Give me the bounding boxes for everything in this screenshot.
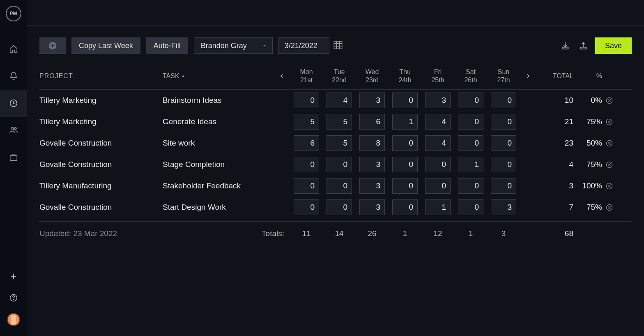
- sidebar: PM: [0, 0, 27, 336]
- hour-input[interactable]: 4: [425, 135, 451, 151]
- nav-home[interactable]: [0, 35, 27, 63]
- day-header: Mon21st: [290, 68, 323, 84]
- prev-week-button[interactable]: [274, 72, 290, 80]
- bell-icon: [9, 72, 18, 81]
- date-picker: 3/21/2022: [278, 37, 343, 54]
- add-button[interactable]: [7, 270, 20, 283]
- task-cell: Start Design Work: [163, 203, 274, 212]
- hour-input[interactable]: 1: [392, 114, 418, 130]
- save-button[interactable]: Save: [595, 37, 632, 54]
- hour-input[interactable]: 3: [359, 199, 385, 215]
- hour-input[interactable]: 0: [294, 93, 319, 108]
- project-cell: Govalle Construction: [39, 203, 163, 212]
- hour-input[interactable]: 0: [491, 157, 516, 172]
- chevron-right-icon: [525, 72, 531, 80]
- project-cell: Govalle Construction: [39, 139, 163, 148]
- hour-input[interactable]: 3: [359, 157, 385, 172]
- hour-input[interactable]: 5: [294, 114, 319, 130]
- hour-input[interactable]: 0: [491, 93, 516, 108]
- hour-input[interactable]: 4: [425, 114, 451, 130]
- hour-input[interactable]: 0: [294, 157, 319, 172]
- delete-row-button[interactable]: [602, 139, 616, 147]
- hour-input[interactable]: 1: [458, 157, 483, 172]
- user-avatar[interactable]: [7, 313, 20, 326]
- hour-input[interactable]: 0: [425, 157, 451, 172]
- hour-input[interactable]: 4: [327, 93, 352, 108]
- hour-input[interactable]: 0: [458, 178, 483, 194]
- svg-rect-3: [10, 155, 17, 160]
- hour-input[interactable]: 0: [392, 93, 418, 108]
- hour-input[interactable]: 0: [392, 199, 418, 215]
- home-icon: [9, 44, 18, 53]
- hour-input[interactable]: 3: [359, 93, 385, 108]
- project-header[interactable]: PROJECT: [39, 72, 163, 80]
- hour-input[interactable]: 0: [392, 178, 418, 194]
- nav-list: [0, 35, 27, 171]
- hour-input[interactable]: 0: [491, 178, 516, 194]
- close-circle-icon: [605, 118, 613, 126]
- svg-rect-7: [334, 41, 342, 49]
- hour-input[interactable]: 0: [491, 135, 516, 151]
- day-total: 1: [389, 229, 421, 238]
- nav-timesheet[interactable]: [0, 90, 27, 117]
- hour-input[interactable]: 3: [491, 199, 516, 215]
- hour-input[interactable]: 0: [294, 199, 319, 215]
- download-icon: [561, 41, 570, 50]
- nav-work[interactable]: [0, 144, 27, 171]
- nav-notifications[interactable]: [0, 63, 27, 90]
- hour-input[interactable]: 0: [458, 135, 483, 151]
- close-circle-icon: [605, 97, 613, 104]
- auto-fill-button[interactable]: Auto-Fill: [146, 37, 188, 54]
- nav-team[interactable]: [0, 117, 27, 144]
- delete-row-button[interactable]: [602, 97, 616, 104]
- hour-input[interactable]: 8: [359, 135, 385, 151]
- sidebar-bottom: [7, 270, 20, 336]
- hour-input[interactable]: 0: [392, 135, 418, 151]
- calendar-icon: [333, 39, 343, 50]
- day-total: 11: [290, 229, 323, 238]
- task-header[interactable]: TASK: [163, 72, 274, 80]
- main: Copy Last Week Auto-Fill Brandon Gray 3/…: [27, 0, 644, 336]
- date-input[interactable]: 3/21/2022: [278, 37, 329, 54]
- totals-label: Totals:: [163, 229, 290, 238]
- next-week-button[interactable]: [520, 72, 536, 80]
- hour-input[interactable]: 6: [359, 114, 385, 130]
- import-button[interactable]: [559, 39, 571, 52]
- hour-input[interactable]: 0: [458, 93, 483, 108]
- user-select[interactable]: Brandon Gray: [194, 37, 273, 54]
- delete-row-button[interactable]: [602, 182, 616, 190]
- delete-row-button[interactable]: [602, 118, 616, 126]
- help-button[interactable]: [7, 292, 20, 304]
- hour-input[interactable]: 6: [294, 135, 319, 151]
- hour-input[interactable]: 0: [294, 178, 319, 194]
- hour-input[interactable]: 0: [327, 178, 352, 194]
- hour-input[interactable]: 1: [425, 199, 451, 215]
- day-header: Sun27th: [487, 68, 520, 84]
- user-select-value: Brandon Gray: [201, 42, 247, 50]
- delete-row-button[interactable]: [602, 204, 616, 211]
- hour-input[interactable]: 5: [327, 135, 352, 151]
- copy-last-week-button[interactable]: Copy Last Week: [71, 37, 140, 54]
- hour-input[interactable]: 0: [458, 199, 483, 215]
- plus-icon: [9, 272, 18, 281]
- hour-input[interactable]: 5: [327, 114, 352, 130]
- hour-input[interactable]: 0: [425, 178, 451, 194]
- plus-circle-icon: [48, 41, 57, 50]
- hour-input[interactable]: 0: [491, 114, 516, 130]
- hour-input[interactable]: 0: [327, 157, 352, 172]
- delete-row-button[interactable]: [602, 161, 616, 169]
- hour-input[interactable]: 0: [392, 157, 418, 172]
- hour-input[interactable]: 3: [425, 93, 451, 108]
- hour-input[interactable]: 0: [327, 199, 352, 215]
- hour-input[interactable]: 3: [359, 178, 385, 194]
- add-row-button[interactable]: [39, 37, 66, 54]
- footer-row: Updated: 23 Mar 2022 Totals: 11142611213…: [39, 221, 632, 243]
- help-icon: [9, 293, 18, 302]
- row-total: 10: [536, 96, 573, 105]
- calendar-button[interactable]: [333, 39, 343, 52]
- export-button[interactable]: [577, 39, 589, 52]
- briefcase-icon: [9, 153, 18, 162]
- hour-input[interactable]: 0: [458, 114, 483, 130]
- percent-header: %: [573, 72, 602, 80]
- day-total: 14: [323, 229, 356, 238]
